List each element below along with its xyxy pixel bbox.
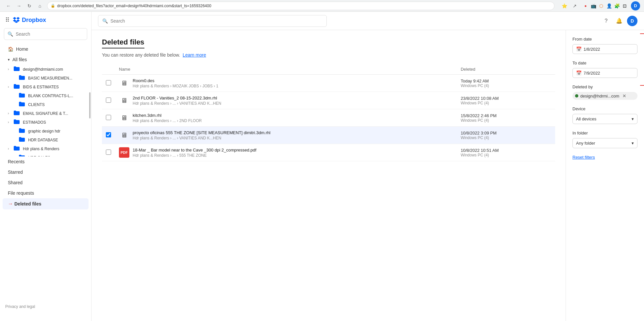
folder-icon (14, 119, 20, 125)
file-type-icon: 🖥 (119, 78, 129, 88)
sidebar-scrollbar[interactable] (89, 92, 91, 118)
bookmark-button[interactable]: ⭐ (560, 1, 569, 10)
file-checkbox[interactable] (106, 150, 111, 155)
deleted-device: Windows PC (4) (461, 153, 551, 157)
file-tree-item[interactable]: HDR SALES (0, 153, 91, 156)
sidebar-footer: Privacy and legal (0, 298, 91, 314)
folder-icon (19, 128, 25, 134)
sidebar-home-label: Home (16, 46, 28, 52)
dropbox-logo[interactable]: Dropbox (13, 17, 46, 24)
sidebar-allfiles-label: All files (12, 57, 27, 62)
file-tree-item[interactable]: ›EMAIL SIGNATURE & T... (0, 109, 91, 118)
folder-icon (19, 102, 25, 107)
top-bar-actions: ? 🔔 D (601, 16, 637, 26)
table-row[interactable]: 🖥 2nd FLOOR - Vanities_2 08-15-2022.3dm.… (102, 92, 555, 109)
chevron-icon: › (8, 85, 12, 89)
sidebar: ⠿ Dropbox 🔍 🏠 Home ▾ All files (0, 12, 91, 321)
table-row[interactable]: 🖥 Room0.des Hdr plans & Renders › MOZAIK… (102, 75, 555, 92)
file-type-icon: 🖥 (119, 130, 129, 140)
calendar-icon-to: 📅 (576, 70, 582, 76)
device-value: All devices (576, 116, 596, 121)
deleted-by-remove[interactable]: ✕ (622, 93, 626, 98)
folder-value: Any folder (576, 141, 595, 146)
file-tree-item[interactable]: graphic design hdr (0, 127, 91, 135)
notifications-button[interactable]: 🔔 (614, 16, 624, 26)
file-tree-item[interactable]: ›ESTIMADOS (0, 118, 91, 127)
file-table-head: Name Deleted (102, 64, 555, 75)
deleted-device: Windows PC (4) (461, 101, 551, 105)
deleted-by-dot (575, 94, 578, 98)
address-bar[interactable]: 🔒 dropbox.com/deleted_files?actor_email=… (47, 2, 554, 10)
sidebar-item-home[interactable]: 🏠 Home (3, 44, 89, 54)
sidebar-item-allfiles[interactable]: ▾ All files (3, 54, 89, 65)
refresh-button[interactable]: ↻ (25, 1, 34, 10)
search-input[interactable] (16, 31, 84, 37)
ext-icon-4: 👤 (605, 2, 613, 9)
chevron-icon: › (8, 120, 12, 124)
deleted-info: 15/8/2022 2:46 PM Windows PC (4) (461, 113, 551, 123)
row-deleted-cell: 23/8/2022 10:08 AM Windows PC (4) (457, 92, 555, 109)
extension-icons: ● 📺 ⬡ 👤 🧩 ⊡ (582, 2, 628, 9)
sidebar-nav: 🏠 Home ▾ All files ›design@hdrmiami.comB… (0, 43, 91, 211)
table-row[interactable]: PDF 18-Mar _ Bar model near to the Cave … (102, 144, 555, 161)
file-checkbox[interactable] (106, 115, 111, 120)
file-type-icon: PDF (119, 147, 129, 158)
to-date-input[interactable]: 📅 7/9/2022 (572, 68, 637, 78)
file-tree-item[interactable]: BLANK CONTRACTS-L... (0, 91, 91, 100)
learn-more-link[interactable]: Learn more (183, 52, 206, 58)
sidebar-search[interactable]: 🔍 (4, 28, 87, 40)
file-checkbox[interactable] (106, 98, 111, 103)
folder-icon (14, 66, 20, 72)
deleted-files-arrow-icon: → (8, 201, 13, 207)
folder-icon (14, 146, 20, 152)
home-icon: 🏠 (8, 46, 13, 52)
dropbox-icon (13, 17, 20, 23)
file-tree-item-name: Hdr plans & Renders (23, 147, 59, 151)
device-group: Device All devices ▾ (572, 106, 637, 124)
row-checkbox-cell (102, 109, 115, 127)
profile-button[interactable]: D (631, 1, 640, 10)
file-tree-item[interactable]: ›Hdr plans & Renders (0, 144, 91, 153)
file-checkbox[interactable] (106, 80, 111, 85)
hamburger-icon[interactable]: ⠿ (5, 16, 9, 24)
file-tree-item[interactable]: ›BIDS & ESTIMATES (0, 82, 91, 91)
back-button[interactable]: ← (4, 1, 13, 10)
search-bar-input[interactable] (110, 18, 322, 24)
main-content: 🔍 ? 🔔 D Deleted files You can restore an… (91, 12, 644, 321)
file-tree-item[interactable]: ›design@hdrmiami.com (0, 65, 91, 74)
folder-dropdown[interactable]: Any folder ▾ (572, 138, 637, 148)
file-name-cell: 🖥 Room0.des Hdr plans & Renders › MOZAIK… (119, 78, 453, 88)
sidebar-deletedfiles-label: Deleted files (14, 201, 41, 206)
deleted-info: 10/8/2022 10:51 AM Windows PC (4) (461, 148, 551, 157)
home-button[interactable]: ⌂ (35, 1, 44, 10)
table-row[interactable]: 🖥 proyecto oficinas 555 THE ZONE [SITE M… (102, 127, 555, 144)
share-button[interactable]: ↗ (570, 1, 579, 10)
search-bar-icon: 🔍 (102, 18, 108, 24)
from-date-input[interactable]: 📅 1/8/2022 (572, 44, 637, 54)
deleted-date: 23/8/2022 10:08 AM (461, 96, 551, 101)
deleted-date: Today 9:42 AM (461, 79, 551, 83)
file-tree-item[interactable]: HDR DATABASE (0, 135, 91, 144)
device-dropdown[interactable]: All devices ▾ (572, 114, 637, 124)
ext-icon-5: 🧩 (613, 2, 620, 9)
red-bracket-annotation (640, 33, 644, 86)
file-name-info: 2nd FLOOR - Vanities_2 08-15-2022.3dm.rh… (133, 96, 221, 106)
sidebar-item-recents[interactable]: Recents (3, 156, 89, 167)
reset-filters-button[interactable]: Reset filters (572, 155, 637, 160)
page-header: Deleted files (102, 38, 555, 50)
sidebar-item-filerequests[interactable]: File requests (3, 188, 89, 198)
help-button[interactable]: ? (601, 16, 611, 26)
row-name-cell: 🖥 Room0.des Hdr plans & Renders › MOZAIK… (115, 75, 457, 92)
sidebar-item-deletedfiles[interactable]: → Deleted files (3, 198, 89, 209)
search-bar-container[interactable]: 🔍 (98, 15, 327, 27)
file-tree-item[interactable]: CLIENTS (0, 100, 91, 109)
forward-button[interactable]: → (14, 1, 24, 10)
table-row[interactable]: 🖥 kitchen.3dm.rhl Hdr plans & Renders › … (102, 109, 555, 127)
sidebar-item-shared[interactable]: Shared (3, 177, 89, 188)
file-checkbox[interactable] (106, 132, 111, 137)
file-tree-item-name: BASIC MEASUREMEN... (28, 76, 72, 80)
user-avatar[interactable]: D (627, 16, 637, 26)
subtitle: You can restore any deleted file below. … (102, 52, 555, 58)
sidebar-item-starred[interactable]: Starred (3, 167, 89, 177)
file-tree-item[interactable]: BASIC MEASUREMEN... (0, 74, 91, 82)
